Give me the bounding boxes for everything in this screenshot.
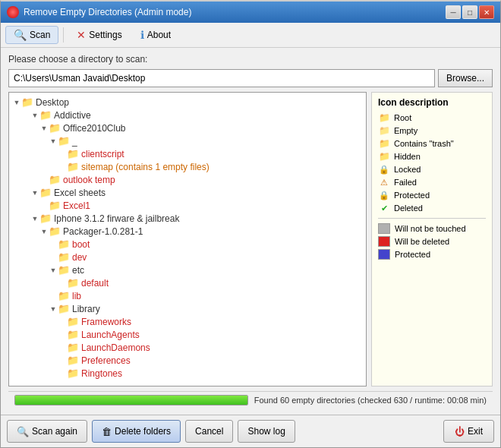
locked-icon: 🔒 bbox=[378, 164, 390, 175]
failed-icon: ⚠ bbox=[378, 177, 390, 188]
tree-row[interactable]: ▼ 📁 Iphone 3.1.2 firware & jailbreak bbox=[12, 212, 363, 225]
exit-label: Exit bbox=[468, 426, 483, 437]
tree-label: lib bbox=[72, 291, 81, 301]
folder-icon: 📁 bbox=[39, 109, 52, 121]
folder-icon: 📁 bbox=[49, 122, 61, 134]
folder-icon: 📁 bbox=[67, 368, 79, 379]
expand-icon[interactable]: ▼ bbox=[39, 125, 49, 132]
folder-icon: 📁 bbox=[58, 135, 70, 147]
minimize-button[interactable]: ─ bbox=[446, 5, 461, 19]
legend-color-label-blue: Protected bbox=[395, 250, 430, 259]
legend-label-failed: Failed bbox=[394, 178, 417, 187]
tree-panel[interactable]: ▼ 📁 Desktop ▼ 📁 Addictive ▼ bbox=[8, 92, 367, 386]
tree-label: Ringtones bbox=[81, 368, 122, 379]
browse-button[interactable]: Browse... bbox=[438, 69, 493, 87]
about-tab-button[interactable]: ℹ About bbox=[132, 26, 179, 44]
tree-row[interactable]: ▷ 📁 clientscript bbox=[12, 147, 363, 160]
folder-icon: 📁 bbox=[58, 264, 70, 276]
tree-row[interactable]: ▷ 📁 Frameworks bbox=[12, 315, 363, 328]
title-bar: Remove Empty Directories (Admin mode) ─ … bbox=[1, 2, 500, 23]
app-icon bbox=[7, 6, 19, 18]
cancel-label: Cancel bbox=[195, 426, 223, 437]
exit-button[interactable]: ⏻ Exit bbox=[443, 420, 494, 443]
expand-icon[interactable]: ▼ bbox=[39, 228, 49, 235]
tree-row[interactable]: ▷ 📁 LaunchAgents bbox=[12, 328, 363, 341]
tree-row[interactable]: ▼ 📁 Packager-1.0.281-1 bbox=[12, 225, 363, 238]
tree-label: Excel sheets bbox=[54, 188, 106, 198]
tree-row[interactable]: ▼ 📁 Desktop bbox=[12, 96, 363, 109]
status-bar: Found 60 empty directories (checked 630 … bbox=[8, 391, 493, 409]
tree-row[interactable]: ▷ 📁 Excel1 bbox=[12, 199, 363, 212]
maximize-button[interactable]: □ bbox=[462, 5, 477, 19]
scan-tab-icon: 🔍 bbox=[14, 29, 27, 41]
tree-node-desktop: ▼ 📁 Desktop ▼ 📁 Addictive ▼ bbox=[12, 96, 363, 380]
delete-folders-icon: 🗑 bbox=[102, 426, 112, 437]
tree-row[interactable]: ▷ 📁 default bbox=[12, 276, 363, 289]
main-panel: ▼ 📁 Desktop ▼ 📁 Addictive ▼ bbox=[8, 92, 493, 386]
legend-label-protected: Protected bbox=[394, 191, 430, 200]
expand-icon[interactable]: ▼ bbox=[30, 189, 39, 197]
tree-label: clientscript bbox=[81, 149, 124, 159]
tree-row[interactable]: ▷ 📁 outlook temp bbox=[12, 173, 363, 186]
scan-tab-button[interactable]: 🔍 Scan bbox=[5, 26, 58, 44]
tree-label: outlook temp bbox=[63, 175, 115, 185]
tree-label: _ bbox=[72, 136, 77, 147]
legend-label-trash: Contains "trash" bbox=[394, 139, 454, 148]
folder-icon: 📁 bbox=[67, 148, 79, 159]
cancel-button[interactable]: Cancel bbox=[185, 420, 233, 443]
tree-label: default bbox=[81, 278, 109, 289]
tree-label: LaunchDaemons bbox=[81, 342, 150, 353]
tree-row[interactable]: ▼ 📁 Library bbox=[12, 302, 363, 315]
tree-row[interactable]: ▼ 📁 Addictive bbox=[12, 109, 363, 121]
status-text: Found 60 empty directories (checked 630 … bbox=[254, 396, 487, 405]
folder-icon: 📁 bbox=[39, 187, 52, 198]
tree-label: Excel1 bbox=[63, 200, 90, 211]
tree-row[interactable]: ▷ 📁 Preferences bbox=[12, 354, 363, 367]
expand-icon[interactable]: ▼ bbox=[12, 99, 21, 106]
folder-icon: 📁 bbox=[67, 355, 79, 366]
trash-icon: 📁 bbox=[378, 138, 390, 149]
folder-icon: 📁 bbox=[67, 277, 79, 289]
settings-tab-button[interactable]: ✕ Settings bbox=[68, 26, 130, 44]
expand-icon[interactable]: ▼ bbox=[49, 267, 58, 274]
folder-icon: 📁 bbox=[58, 290, 70, 301]
tree-row[interactable]: ▷ 📁 dev bbox=[12, 251, 363, 263]
legend-item-hidden: 📁 Hidden bbox=[378, 151, 486, 162]
icon-legend: Icon description 📁 Root 📁 Empty 📁 Contai… bbox=[371, 92, 493, 386]
folder-icon: 📁 bbox=[49, 200, 61, 211]
tree-row[interactable]: ▼ 📁 Office2010Club bbox=[12, 121, 363, 134]
delete-folders-button[interactable]: 🗑 Delete folders bbox=[92, 420, 181, 443]
empty-icon: 📁 bbox=[378, 125, 390, 136]
tree-label: Library bbox=[72, 304, 100, 314]
tree-row[interactable]: ▷ 📁 sitemap (contains 1 empty files) bbox=[12, 160, 363, 173]
expand-icon[interactable]: ▼ bbox=[30, 112, 39, 119]
tree-row[interactable]: ▼ 📁 Excel sheets bbox=[12, 186, 363, 199]
tree-row[interactable]: ▼ 📁 etc bbox=[12, 263, 363, 276]
settings-tab-label: Settings bbox=[89, 30, 121, 40]
tree-label: sitemap (contains 1 empty files) bbox=[81, 162, 210, 172]
color-box-blue bbox=[378, 249, 390, 260]
tree-row[interactable]: ▷ 📁 lib bbox=[12, 289, 363, 302]
close-button[interactable]: ✕ bbox=[479, 5, 494, 19]
scan-again-button[interactable]: 🔍 Scan again bbox=[7, 420, 87, 443]
expand-icon[interactable]: ▼ bbox=[30, 215, 39, 222]
expand-icon[interactable]: ▼ bbox=[49, 137, 58, 145]
tree-row[interactable]: ▷ 📁 LaunchDaemons bbox=[12, 341, 363, 354]
legend-item-deleted: ✔ Deleted bbox=[378, 203, 486, 213]
folder-root-icon: 📁 bbox=[21, 96, 33, 108]
tree-row[interactable]: ▷ 📁 Ringtones bbox=[12, 367, 363, 380]
expand-icon[interactable]: ▼ bbox=[49, 305, 58, 313]
root-icon: 📁 bbox=[378, 112, 390, 123]
tree-label: Office2010Club bbox=[63, 123, 126, 134]
path-input[interactable] bbox=[8, 69, 435, 87]
legend-item-trash: 📁 Contains "trash" bbox=[378, 138, 486, 149]
tree-row[interactable]: ▷ 📁 boot bbox=[12, 238, 363, 251]
legend-label-locked: Locked bbox=[394, 165, 421, 174]
tree-row[interactable]: ▼ 📁 _ bbox=[12, 134, 363, 147]
scan-tab-label: Scan bbox=[30, 30, 50, 40]
show-log-button[interactable]: Show log bbox=[238, 420, 295, 443]
legend-label-empty: Empty bbox=[394, 126, 417, 135]
title-buttons: ─ □ ✕ bbox=[446, 5, 494, 19]
tree-label: Preferences bbox=[81, 355, 131, 366]
tree-label: dev bbox=[72, 252, 87, 263]
